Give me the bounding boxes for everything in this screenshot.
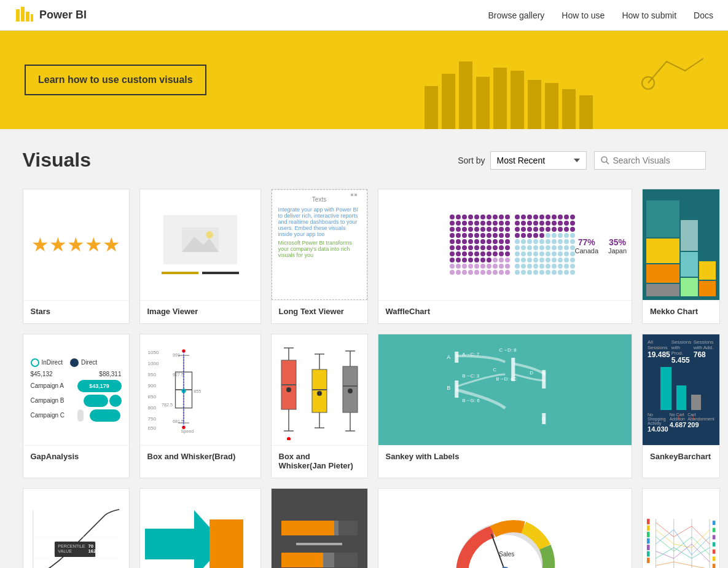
svg-rect-105 [713,564,716,568]
svg-rect-103 [713,550,716,554]
parallel-thumbnail [643,489,719,568]
japan-label: Japan [608,247,627,254]
box3 [338,342,362,440]
boxw-jan-thumbnail [272,334,367,445]
canada-label: Canada [575,247,599,254]
svg-text:B→G: 6: B→G: 6 [462,398,480,403]
svg-point-52 [348,389,353,393]
gauge-thumbnail: Sales 0 1200 450 [378,489,632,568]
svg-text:C: C [493,367,496,373]
svg-line-6 [606,162,609,164]
indirect-label: InDirect [42,359,63,366]
amount-high: $88,311 [99,371,121,377]
img-placeholder [163,215,237,264]
parallel-chart [645,495,717,568]
card-long-text[interactable]: Texts Integrate your app with Power BI t… [271,189,368,324]
with-add: 768 [694,350,714,359]
hero-bar-3 [459,61,472,129]
hero-bar-decoration [425,61,593,129]
card-gauge[interactable]: Sales 0 1200 450 23.19% [378,488,633,568]
svg-rect-101 [713,535,716,539]
hero-bar-7 [528,80,541,129]
svg-text:VALUE: VALUE [58,549,72,553]
hero-bar-6 [511,71,524,129]
search-input[interactable] [613,156,699,165]
svg-text:650: 650 [147,425,156,431]
with-prod: 5.455 [671,356,692,365]
arrow-thumbnail [140,489,260,568]
box1 [276,342,301,440]
main-content: Visuals Sort by Most Recent Most Downloa… [8,129,721,568]
card-arrow[interactable] [139,488,261,568]
svg-rect-69 [542,413,546,424]
mekko-thumbnail [643,189,719,300]
card-percentile[interactable]: PERCENTILE VALUE 70 162 [23,488,130,568]
sort-select[interactable]: Most Recent Most Downloaded Top Rated [490,151,587,170]
card-waffle[interactable]: // We'll generate this via JS after page… [378,189,633,324]
boxw-brad-thumbnail: 1050 1000 950 900 850 800 750 650 991 92… [140,334,260,445]
hero-bar-4 [476,77,490,129]
svg-text:162: 162 [88,548,96,554]
search-icon [601,156,609,165]
nav-docs[interactable]: Docs [694,10,713,20]
sankey-chart: A B A→C: 7 C→D: 8 B→C: 3 C B→D: 4C D B→G… [383,341,627,439]
svg-rect-68 [542,370,546,389]
svg-text:Sales: Sales [499,551,514,558]
card-parallel[interactable] [642,488,720,568]
percentile-chart: PERCENTILE VALUE 70 162 [28,495,124,568]
no-cart: 4.687 [670,421,687,428]
sankeybar-label: SankeyBarchart [643,445,719,468]
long-text-label: Long Text Viewer [272,300,367,323]
svg-rect-93 [647,526,650,531]
svg-text:B: B [447,385,450,391]
card-bullet[interactable] [271,488,368,568]
svg-rect-95 [647,538,650,544]
card-sankey[interactable]: A B A→C: 7 C→D: 8 B→C: 3 C B→D: 4C D B→G… [378,334,633,478]
hero-bar-8 [545,83,558,129]
hero-bar-2 [442,74,455,129]
page-title: Visuals [23,149,458,172]
logo: Power BI [15,6,87,25]
box2 [307,342,332,440]
arrow-chart [145,498,256,568]
nav-links: Browse gallery How to use How to submit … [488,10,713,21]
card-sankeybar[interactable]: All Sessions 19.485 Sessions with Prod. … [642,334,720,478]
svg-text:A: A [447,354,450,360]
hero-bar-1 [425,86,438,129]
image-viewer-thumbnail [140,189,260,300]
svg-text:855: 855 [194,389,201,394]
navigation: Power BI Browse gallery How to use How t… [0,0,728,31]
canada-pct: 77% [575,237,599,247]
boxw-brad-label: Box and Whisker(Brad) [140,445,260,468]
svg-rect-102 [713,542,716,546]
svg-rect-2 [26,12,29,22]
svg-text:C→D: 8: C→D: 8 [499,347,517,353]
svg-text:782.5: 782.5 [162,402,173,408]
amount-low: $45,132 [31,371,53,377]
direct-label: Direct [81,359,97,366]
card-gap[interactable]: InDirect Direct $45,132 $88,311 Campaign… [23,334,130,478]
percentile-thumbnail: PERCENTILE VALUE 70 162 [23,489,129,568]
nav-how-to-use[interactable]: How to use [562,10,605,20]
svg-point-5 [601,157,607,162]
svg-text:800: 800 [147,405,156,411]
svg-text:950: 950 [147,372,156,377]
gap-thumbnail: InDirect Direct $45,132 $88,311 Campaign… [23,334,129,445]
waffle-label: WaffleChart [378,300,632,323]
nav-how-to-submit[interactable]: How to submit [622,10,676,20]
svg-rect-0 [16,9,20,22]
card-stars[interactable]: ★ ★ ★ ★ ★ Stars [23,189,130,324]
hero-line-decoration [630,49,703,101]
svg-text:PERCENTILE: PERCENTILE [58,544,85,548]
card-image-viewer[interactable]: Image Viewer [139,189,261,324]
svg-text:B→C: 3: B→C: 3 [462,373,480,379]
nav-browse-gallery[interactable]: Browse gallery [488,10,545,20]
card-boxw-jan[interactable]: Box and Whisker(Jan Pieter) [271,334,368,478]
card-mekko[interactable]: Mekko Chart [642,189,720,324]
card-boxw-brad[interactable]: 1050 1000 950 900 850 800 750 650 991 92… [139,334,261,478]
svg-text:Speed: Speed [181,428,194,434]
no-shopping: 14.030 [648,425,668,433]
sankeybar-thumbnail: All Sessions 19.485 Sessions with Prod. … [643,334,719,445]
mekko-label: Mekko Chart [643,300,719,323]
learn-custom-visuals-button[interactable]: Learn how to use custom visuals [25,65,206,95]
